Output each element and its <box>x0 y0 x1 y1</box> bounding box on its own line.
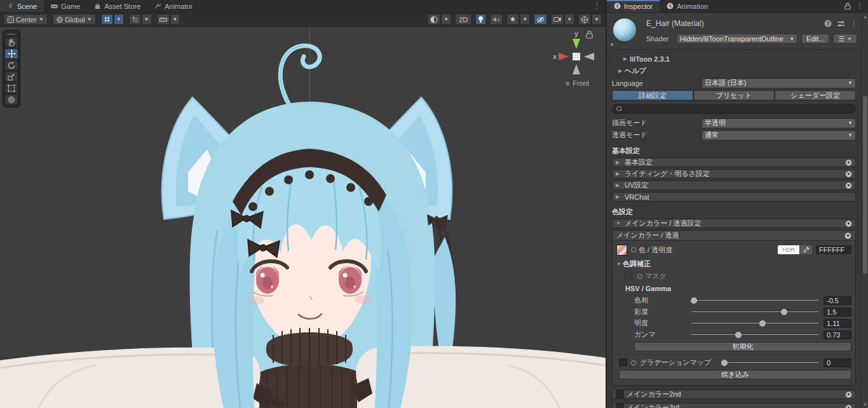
kebab-menu-icon[interactable]: ⋮ <box>850 20 857 28</box>
brightness-slider[interactable] <box>691 319 818 328</box>
tab-game[interactable]: Game <box>44 0 87 12</box>
grid-visibility-button[interactable] <box>101 14 113 25</box>
main-color-2nd-checkbox[interactable] <box>616 390 624 398</box>
shader-edit-button[interactable]: Edit... <box>801 34 829 44</box>
scroll-up-arrow[interactable]: ▲ <box>863 15 867 19</box>
section-uv[interactable]: ▶ UV設定 <box>612 180 856 190</box>
property-search-input[interactable] <box>612 104 856 114</box>
camera-settings-button[interactable] <box>551 14 564 25</box>
snap-increment-dropdown[interactable]: ▼ <box>142 14 152 25</box>
bake-button[interactable]: 焼き込み <box>619 370 851 379</box>
effects-dropdown[interactable]: ▼ <box>520 14 530 25</box>
gear-icon[interactable] <box>845 170 852 177</box>
eyedropper-icon[interactable] <box>799 245 812 254</box>
slider-handle[interactable] <box>691 297 697 304</box>
slider-handle[interactable] <box>721 360 728 366</box>
slider-handle[interactable] <box>759 320 766 327</box>
kebab-menu-icon[interactable]: ⋮ <box>593 2 600 10</box>
scrollbar-thumb[interactable] <box>863 96 867 274</box>
kebab-menu-icon[interactable]: ⋮ <box>856 2 863 10</box>
help-icon[interactable]: ? <box>824 20 832 27</box>
liltoon-version-foldout[interactable]: ▶ lilToon 2.3.1 <box>612 53 856 64</box>
gamma-value-field[interactable]: 0.73 <box>824 330 851 339</box>
presets-icon[interactable] <box>837 20 845 27</box>
shading-mode-dropdown[interactable]: ▼ <box>441 14 451 25</box>
grid-visibility-dropdown[interactable]: ▼ <box>114 14 124 25</box>
ruler-dropdown[interactable]: ▼ <box>170 14 180 25</box>
object-picker-icon[interactable] <box>631 247 636 252</box>
mode-tab-shader-setting[interactable]: シェーダー設定 <box>775 90 856 100</box>
gear-icon[interactable] <box>845 220 852 227</box>
section-vrchat[interactable]: ▶ VRChat <box>612 192 856 201</box>
shader-dropdown[interactable]: Hidden/lilToonTransparentOutline ▼ <box>677 34 797 44</box>
tab-animation[interactable]: Animation <box>660 0 715 12</box>
slider-handle[interactable] <box>735 332 742 338</box>
hex-color-field[interactable]: FFFFFF <box>816 245 851 254</box>
view-hand-tool[interactable] <box>4 37 18 48</box>
material-preview-sphere[interactable] <box>613 18 636 41</box>
object-picker-icon[interactable] <box>631 360 636 365</box>
gear-icon[interactable] <box>845 159 852 166</box>
inspector-scrollbar[interactable]: ▲ ▼ <box>861 13 868 408</box>
section-lighting[interactable]: ▶ ライティング・明るさ設定 <box>612 169 856 179</box>
section-main-color-3rd[interactable]: メインカラー3rd <box>612 403 856 408</box>
mode-tab-preset[interactable]: プリセット <box>693 90 775 100</box>
section-main-color-2nd[interactable]: メインカラー2nd <box>612 390 856 399</box>
tab-asset-store[interactable]: Asset Store <box>87 0 147 12</box>
rendering-mode-dropdown[interactable]: 半透明 ▼ <box>702 118 856 128</box>
gear-icon[interactable] <box>845 182 852 189</box>
section-base-settings[interactable]: ▶ 基本設定 <box>612 158 856 167</box>
gradation-slider[interactable] <box>724 358 818 367</box>
hue-value-field[interactable]: -0.5 <box>824 296 851 305</box>
transparent-mode-dropdown[interactable]: 通常 ▼ <box>702 130 856 140</box>
tab-scene[interactable]: # Scene <box>0 0 44 12</box>
view-direction-label[interactable]: ≡ Front <box>566 79 589 87</box>
gear-icon[interactable] <box>844 232 851 239</box>
gamma-slider[interactable] <box>691 330 818 339</box>
tone-correction-foldout[interactable]: ▼ 色調補正 <box>616 259 851 269</box>
palette-drag-handle[interactable] <box>4 32 18 36</box>
orientation-dropdown[interactable]: Global ▼ <box>53 14 96 25</box>
help-foldout[interactable]: ▶ ヘルプ <box>612 65 856 76</box>
scene-audio-button[interactable] <box>490 14 503 25</box>
shading-mode-button[interactable] <box>428 14 440 25</box>
tab-animator[interactable]: Animator <box>147 0 200 12</box>
ruler-button[interactable] <box>157 14 170 25</box>
effects-button[interactable] <box>506 14 519 25</box>
material-foldout-arrow[interactable]: ▼ <box>609 42 616 48</box>
toggle-2d-button[interactable]: 2D <box>455 14 471 25</box>
shader-pass-dropdown[interactable]: ☰▼ <box>833 34 857 44</box>
main-texture-thumbnail[interactable] <box>616 245 627 255</box>
mode-tab-detail[interactable]: 詳細設定 <box>612 90 693 100</box>
snap-increment-button[interactable] <box>129 14 141 25</box>
camera-settings-dropdown[interactable]: ▼ <box>564 14 574 25</box>
gizmos-button[interactable] <box>578 14 591 25</box>
gear-icon[interactable] <box>845 404 852 408</box>
scene-visibility-button[interactable] <box>534 14 547 25</box>
scene-lighting-button[interactable] <box>475 14 486 25</box>
gradation-value-field[interactable]: 0 <box>824 358 851 367</box>
pivot-dropdown[interactable]: Center ▼ <box>4 14 48 25</box>
lock-icon[interactable] <box>844 3 851 10</box>
hdr-color-swatch[interactable]: HDR <box>778 245 799 254</box>
gizmos-dropdown[interactable]: ▼ <box>592 14 602 25</box>
saturation-value-field[interactable]: 1.5 <box>824 308 851 316</box>
language-dropdown[interactable]: 日本語 (日本) ▼ <box>702 78 856 88</box>
object-picker-icon[interactable] <box>637 274 642 279</box>
reset-button[interactable]: 初期化 <box>634 342 851 351</box>
move-tool[interactable] <box>4 48 18 59</box>
scene-viewport[interactable]: y x ≡ Front <box>0 27 606 408</box>
transform-tool[interactable] <box>4 94 18 105</box>
scale-tool[interactable] <box>4 71 18 82</box>
slider-handle[interactable] <box>781 309 787 315</box>
gear-icon[interactable] <box>845 391 852 398</box>
rect-tool[interactable] <box>4 83 18 93</box>
gradation-map-checkbox[interactable] <box>619 358 627 367</box>
rotate-tool[interactable] <box>4 60 18 71</box>
hue-slider[interactable] <box>691 296 818 305</box>
mask-checkbox[interactable] <box>624 272 632 280</box>
saturation-slider[interactable] <box>691 308 818 316</box>
section-main-color[interactable]: ▼ メインカラー / 透過設定 <box>612 219 856 228</box>
brightness-value-field[interactable]: 1.11 <box>824 319 851 328</box>
scroll-down-arrow[interactable]: ▼ <box>863 402 867 407</box>
